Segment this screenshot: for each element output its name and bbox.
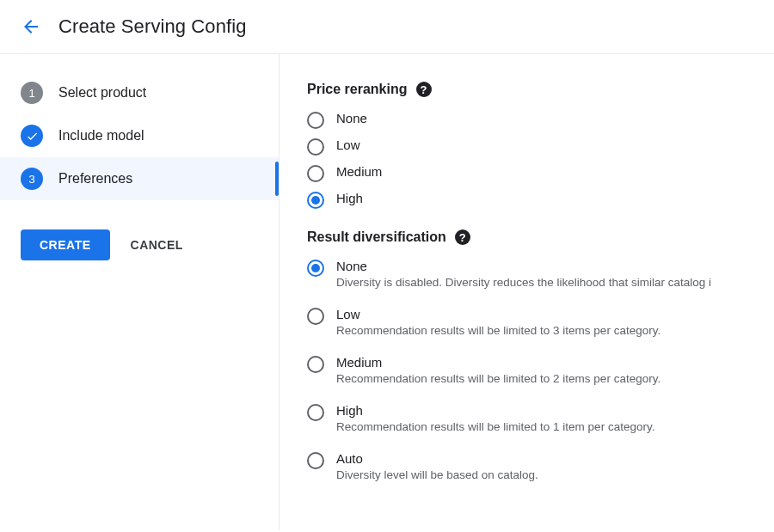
radio-label: Medium <box>336 164 382 179</box>
radio-content: None Diversity is disabled. Diversity re… <box>336 259 711 291</box>
radio-description: Recommendation results will be limited t… <box>336 323 660 339</box>
step-label: Select product <box>58 85 146 101</box>
radio-label: None <box>336 259 711 273</box>
radio-icon <box>307 356 324 373</box>
radio-label: Low <box>336 138 360 152</box>
help-icon[interactable]: ? <box>416 82 432 97</box>
radio-medium[interactable]: Medium Recommendation results will be li… <box>307 355 774 388</box>
radio-low[interactable]: Low Recommendation results will be limit… <box>307 307 774 339</box>
radio-description: Diversity level will be based on catalog… <box>336 468 538 484</box>
create-button[interactable]: CREATE <box>21 229 110 260</box>
step-include-model[interactable]: Include model <box>0 114 279 157</box>
radio-none[interactable]: None Diversity is disabled. Diversity re… <box>307 259 774 291</box>
main-panel: Price reranking ? None Low Medium High R… <box>280 54 774 530</box>
step-number-badge: 1 <box>21 82 43 104</box>
content: 1 Select product Include model 3 Prefere… <box>0 54 774 530</box>
radio-label: Auto <box>336 451 538 466</box>
section-title: Price reranking <box>307 82 408 97</box>
back-arrow-icon[interactable] <box>21 16 41 37</box>
radio-high[interactable]: High Recommendation results will be limi… <box>307 403 774 436</box>
radio-icon <box>307 308 324 325</box>
section-title: Result diversification <box>307 229 446 245</box>
radio-medium[interactable]: Medium <box>307 164 774 182</box>
radio-icon <box>307 260 324 277</box>
price-reranking-radio-group: None Low Medium High <box>307 111 774 209</box>
step-label: Include model <box>58 128 144 144</box>
sidebar: 1 Select product Include model 3 Prefere… <box>0 54 280 530</box>
page-header: Create Serving Config <box>0 0 774 54</box>
radio-content: Medium Recommendation results will be li… <box>336 355 660 388</box>
sidebar-actions: CREATE CANCEL <box>0 209 279 281</box>
step-select-product[interactable]: 1 Select product <box>0 71 279 114</box>
radio-label: None <box>336 111 367 125</box>
page-title: Create Serving Config <box>58 15 247 38</box>
radio-icon <box>307 138 324 156</box>
result-diversification-header: Result diversification ? <box>307 229 774 245</box>
radio-label: High <box>336 191 363 205</box>
cancel-button[interactable]: CANCEL <box>131 238 183 252</box>
radio-label: Medium <box>336 355 660 370</box>
radio-label: Low <box>336 307 660 321</box>
radio-auto[interactable]: Auto Diversity level will be based on ca… <box>307 451 774 484</box>
radio-icon <box>307 404 324 421</box>
radio-icon <box>307 452 324 469</box>
radio-description: Recommendation results will be limited t… <box>336 419 654 436</box>
step-check-badge <box>21 125 43 147</box>
step-number-badge: 3 <box>21 168 43 190</box>
radio-icon <box>307 165 324 182</box>
price-reranking-header: Price reranking ? <box>307 82 774 97</box>
radio-content: Auto Diversity level will be based on ca… <box>336 451 538 484</box>
radio-label: High <box>336 403 654 418</box>
radio-description: Diversity is disabled. Diversity reduces… <box>336 275 711 291</box>
radio-content: High Recommendation results will be limi… <box>336 403 654 436</box>
radio-icon <box>307 112 324 129</box>
result-diversification-radio-group: None Diversity is disabled. Diversity re… <box>307 259 774 483</box>
radio-low[interactable]: Low <box>307 138 774 156</box>
radio-icon <box>307 192 324 209</box>
radio-none[interactable]: None <box>307 111 774 129</box>
radio-description: Recommendation results will be limited t… <box>336 371 660 388</box>
radio-content: Low Recommendation results will be limit… <box>336 307 660 339</box>
help-icon[interactable]: ? <box>455 229 470 245</box>
radio-high[interactable]: High <box>307 191 774 209</box>
checkmark-icon <box>26 130 39 143</box>
step-preferences[interactable]: 3 Preferences <box>0 157 279 200</box>
step-label: Preferences <box>58 171 132 187</box>
